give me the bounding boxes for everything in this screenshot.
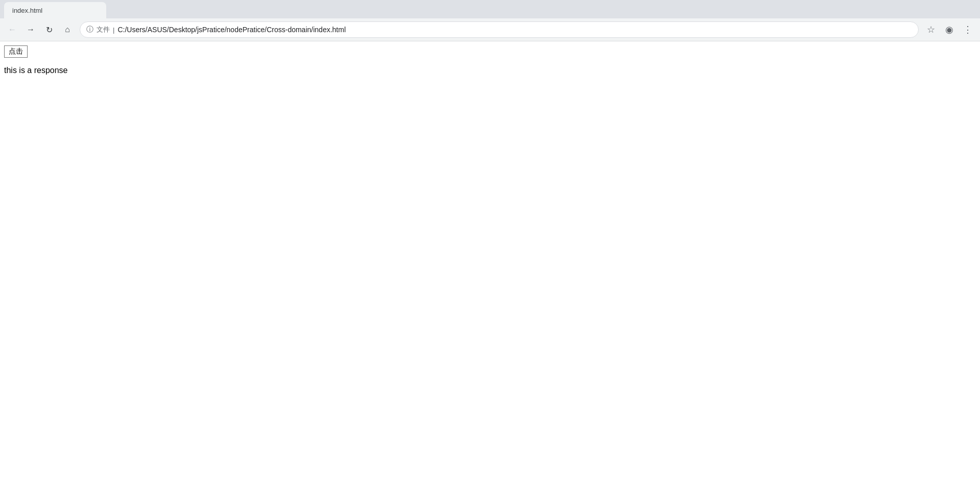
- back-button[interactable]: ←: [4, 21, 20, 38]
- back-icon: ←: [8, 25, 16, 34]
- tab-title: index.html: [12, 7, 42, 14]
- file-label: 文件: [97, 25, 110, 34]
- url-separator: |: [113, 26, 114, 34]
- response-text: this is a response: [4, 66, 976, 75]
- home-button[interactable]: ⌂: [59, 21, 76, 38]
- active-tab[interactable]: index.html: [4, 2, 106, 18]
- address-bar[interactable]: ⓘ 文件 | C:/Users/ASUS/Desktop/jsPratice/n…: [80, 21, 919, 38]
- menu-button[interactable]: ⋮: [960, 21, 976, 38]
- toolbar-right: ☆ ◉ ⋮: [923, 21, 976, 38]
- profile-button[interactable]: ◉: [941, 21, 958, 38]
- security-icon: ⓘ: [86, 25, 93, 34]
- bookmark-button[interactable]: ☆: [923, 21, 939, 38]
- reload-button[interactable]: ↻: [41, 21, 57, 38]
- menu-icon: ⋮: [963, 24, 972, 35]
- tab-bar: index.html: [0, 0, 980, 18]
- toolbar: ← → ↻ ⌂ ⓘ 文件 | C:/Users/ASUS/Desktop/jsP…: [0, 18, 980, 41]
- profile-icon: ◉: [945, 24, 953, 35]
- home-icon: ⌂: [65, 25, 70, 34]
- click-button[interactable]: 点击: [4, 45, 28, 58]
- forward-icon: →: [27, 25, 35, 34]
- browser-chrome: index.html ← → ↻ ⌂ ⓘ 文件 | C:/Users/ASUS/…: [0, 0, 980, 41]
- star-icon: ☆: [927, 24, 935, 35]
- page-content: 点击 this is a response: [0, 41, 980, 79]
- reload-icon: ↻: [46, 25, 53, 35]
- url-text: C:/Users/ASUS/Desktop/jsPratice/nodePrat…: [117, 26, 912, 34]
- forward-button[interactable]: →: [22, 21, 39, 38]
